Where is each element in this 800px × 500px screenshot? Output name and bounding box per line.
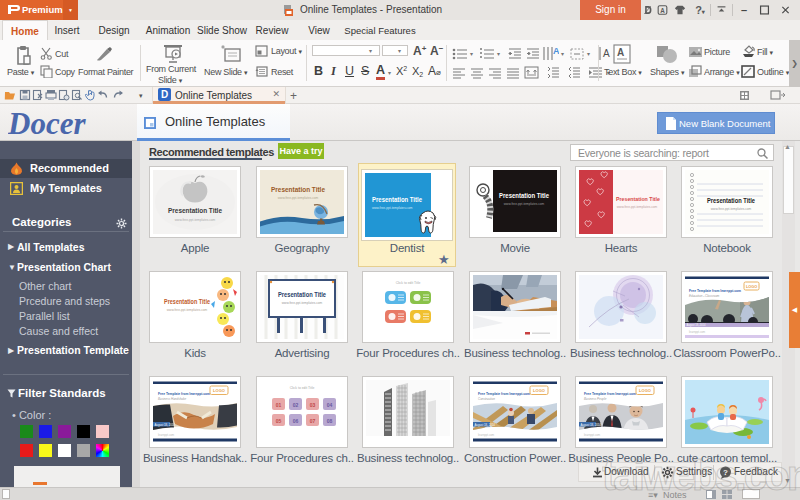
svg-text:LOGO: LOGO <box>213 388 225 393</box>
svg-text:Presentation Title: Presentation Title <box>499 192 549 199</box>
svg-text:Presentation Title: Presentation Title <box>164 298 210 305</box>
svg-text:www.free-ppt-templates.com: www.free-ppt-templates.com <box>372 206 413 210</box>
svg-text:Presentation Title: Presentation Title <box>372 196 422 203</box>
svg-text:LOGO: LOGO <box>639 388 651 393</box>
svg-text:learnppt.com: learnppt.com <box>478 433 495 437</box>
svg-text:01: 01 <box>276 402 282 408</box>
svg-text:August 18, 2014: August 18, 2014 <box>687 323 706 327</box>
svg-text:Business Handshake: Business Handshake <box>158 397 187 401</box>
svg-text:Business People: Business People <box>584 397 607 401</box>
svg-text:Construction: Construction <box>478 397 495 401</box>
svg-text:Presentation Title: Presentation Title <box>278 291 326 298</box>
svg-text:www.free-ppt-templates.com: www.free-ppt-templates.com <box>617 205 658 209</box>
svg-text:03: 03 <box>310 402 316 408</box>
svg-text:LOGO: LOGO <box>533 388 545 393</box>
svg-text:www.free-ppt-templates.com: www.free-ppt-templates.com <box>278 196 319 200</box>
svg-text:Click to edit Title: Click to edit Title <box>396 281 421 285</box>
svg-text:learnppt.com: learnppt.com <box>689 330 706 334</box>
svg-text:04: 04 <box>327 402 333 408</box>
svg-text:learnppt.com: learnppt.com <box>158 433 175 437</box>
svg-text:A: A <box>603 48 610 59</box>
svg-text:06: 06 <box>293 418 299 424</box>
svg-text:A: A <box>617 47 624 58</box>
svg-text:www.free-ppt-templates.com: www.free-ppt-templates.com <box>504 202 545 206</box>
svg-text:05: 05 <box>276 418 282 424</box>
svg-text:learnppt.com: learnppt.com <box>584 433 601 437</box>
svg-text:www.free-ppt-templates.com: www.free-ppt-templates.com <box>175 218 216 222</box>
svg-text:02: 02 <box>293 402 299 408</box>
svg-text:Presentation Title: Presentation Title <box>168 207 222 214</box>
svg-text:08: 08 <box>327 418 333 424</box>
svg-text:Education - Classroom: Education - Classroom <box>689 294 720 298</box>
svg-text:www.free-ppt-templates.com: www.free-ppt-templates.com <box>167 308 208 312</box>
svg-text:Free Template from learnppt.co: Free Template from learnppt.com <box>478 391 530 396</box>
svg-text:A: A <box>660 7 665 14</box>
svg-text:Free Template from learnppt.co: Free Template from learnppt.com <box>689 288 741 293</box>
svg-text:Docer: Docer <box>8 106 86 141</box>
svg-text:Presentation Title: Presentation Title <box>271 186 325 193</box>
svg-text:Presentation Title: Presentation Title <box>707 197 755 204</box>
svg-text:August 18, 2014: August 18, 2014 <box>475 423 496 427</box>
svg-text:07: 07 <box>310 418 316 424</box>
svg-text:www.free-ppt-templates.com: www.free-ppt-templates.com <box>282 301 323 305</box>
svg-text:Free Template from learnppt.co: Free Template from learnppt.com <box>584 391 636 396</box>
svg-text:Click to edit Title: Click to edit Title <box>290 386 315 390</box>
svg-text:August 18, 2014: August 18, 2014 <box>581 423 602 427</box>
svg-text:Presentation Title: Presentation Title <box>616 195 660 202</box>
svg-text:LOGO: LOGO <box>746 285 757 289</box>
svg-text:A: A <box>553 46 559 56</box>
svg-text:www.free-ppt-templates.com: www.free-ppt-templates.com <box>711 207 752 211</box>
svg-text:August 18, 2014: August 18, 2014 <box>155 423 176 427</box>
svg-text:Free Template from learnppt.co: Free Template from learnppt.com <box>158 391 210 396</box>
